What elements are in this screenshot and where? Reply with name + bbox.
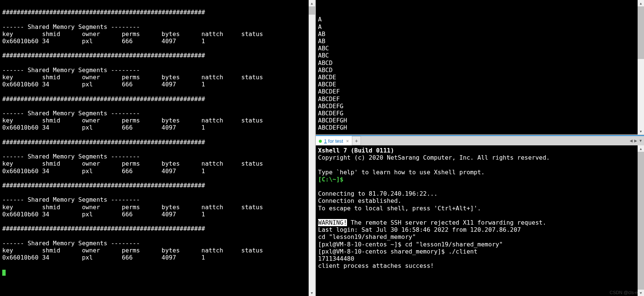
scroll-track[interactable] [638, 6, 644, 128]
escape-text: To escape to local shell, press 'Ctrl+Al… [318, 205, 481, 212]
tab-for-test[interactable]: 1 for test × [316, 136, 352, 145]
scroll-up-button[interactable]: ▲ [638, 0, 644, 6]
scroll-track[interactable] [309, 6, 315, 290]
cursor-icon [2, 270, 6, 276]
local-prompt: [C:\~]$ [318, 176, 343, 183]
tab-nav-controls: ◀ ▶ ▼ [630, 136, 644, 145]
output-message: client process attaches success! [318, 262, 434, 269]
established-text: Connection established. [318, 197, 402, 204]
top-right-terminal-output: A A AB AB ABC ABC ABCD ABCD ABCDE ABCDE … [316, 0, 638, 134]
tab-bar: 1 for test × + ◀ ▶ ▼ [316, 135, 644, 145]
output-number: 1711344480 [318, 255, 354, 262]
right-column: A A AB AB ABC ABC ABCD ABCD ABCDE ABCDE … [316, 0, 644, 296]
tab-menu-icon[interactable]: ▼ [639, 139, 642, 143]
bottom-right-terminal-pane[interactable]: Xshell 7 (Build 0111) Copyright (c) 2020… [316, 145, 644, 296]
tab-label: 1 for test [324, 138, 343, 144]
shell-prompt-2: [pxl@VM-8-10-centos shared_memory]$ [318, 248, 449, 255]
scroll-up-button[interactable]: ▲ [309, 0, 315, 6]
tab-nav-left-icon[interactable]: ◀ [630, 139, 633, 143]
copyright-text: Copyright (c) 2020 NetSarang Computer, I… [318, 154, 550, 161]
connection-status-icon [319, 140, 322, 143]
bottom-right-terminal-output: Xshell 7 (Build 0111) Copyright (c) 2020… [316, 145, 638, 296]
cmd-2: ./client [449, 248, 477, 255]
warning-text: The remote SSH server rejected X11 forwa… [347, 219, 546, 226]
last-login-text: Last login: Sat Jul 30 16:58:46 2022 fro… [318, 226, 521, 233]
tab-nav-right-icon[interactable]: ▶ [634, 139, 637, 143]
cmd-1: cd "lesson19/shared_memory" [405, 241, 503, 248]
scroll-up-button[interactable]: ▲ [638, 145, 644, 152]
xshell-title: Xshell 7 (Build 0111) [318, 147, 394, 154]
bottom-right-scrollbar[interactable]: ▲ ▼ [638, 145, 644, 296]
top-right-scrollbar[interactable]: ▲ ▼ [638, 0, 644, 134]
scroll-thumb[interactable] [638, 6, 644, 59]
scroll-down-button[interactable]: ▼ [638, 128, 644, 134]
scroll-thumb[interactable] [309, 6, 315, 15]
left-terminal-pane[interactable]: ########################################… [0, 0, 316, 296]
top-right-terminal-pane[interactable]: A A AB AB ABC ABC ABCD ABCD ABCDE ABCDE … [316, 0, 644, 135]
shell-prompt-1: [pxl@VM-8-10-centos ~]$ [318, 241, 405, 248]
warning-label: WARNING! [318, 219, 347, 226]
connecting-text: Connecting to 81.70.240.196:22... [318, 190, 438, 197]
help-text: Type `help' to learn how to use Xshell p… [318, 169, 485, 176]
watermark-text: CSDN @cls-evd [609, 290, 642, 295]
tab-close-button[interactable]: × [345, 138, 350, 144]
scroll-track[interactable] [638, 152, 644, 290]
left-scrollbar[interactable]: ▲ ▼ [309, 0, 315, 296]
scroll-thumb[interactable] [638, 152, 644, 290]
cd-echo-text: cd "lesson19/shared_memory" [318, 233, 416, 240]
left-terminal-output: ########################################… [0, 0, 309, 296]
scroll-down-button[interactable]: ▼ [309, 290, 315, 296]
tab-add-button[interactable]: + [352, 136, 361, 145]
